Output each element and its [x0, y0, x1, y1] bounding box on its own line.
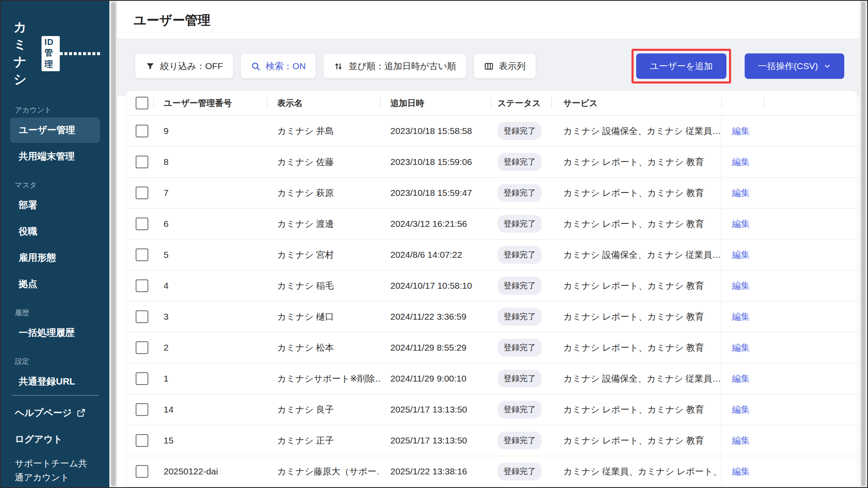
edit-link[interactable]: 編集 — [732, 187, 750, 199]
page-header: ユーザー管理 — [117, 1, 860, 39]
toolbar: 絞り込み：OFF 検索：ON 並び順：追加日時が古い順 — [117, 39, 860, 96]
cell-services: カミナシ レポート、カミナシ 教育 — [551, 301, 721, 332]
row-checkbox[interactable] — [136, 156, 148, 168]
table-row: 2 カミナシ 松本 2024/11/29 8:55:29 登録完了 カミナシ レ… — [126, 332, 857, 363]
cell-services: カミナシ レポート、カミナシ 教育 — [551, 209, 721, 239]
edit-link[interactable]: 編集 — [732, 342, 750, 354]
sort-button[interactable]: 並び順：追加日時が古い順 — [323, 54, 466, 78]
status-badge: 登録完了 — [498, 463, 542, 480]
sidebar-item-link[interactable]: 共用端末管理 — [10, 144, 100, 169]
brand-logo: カミナシ — [14, 19, 38, 88]
col-header-services[interactable]: サービス — [551, 91, 721, 115]
sidebar-section-label: 設定 — [1, 357, 109, 366]
cell-added: 2025/1/17 13:13:50 — [380, 394, 491, 425]
sidebar-item-link[interactable]: 共通登録URL — [10, 369, 100, 394]
edit-link[interactable]: 編集 — [732, 218, 750, 230]
status-badge: 登録完了 — [498, 277, 542, 295]
cell-name: カミナシ 佐藤 — [267, 147, 380, 177]
account-org-name: サポートチーム共通アカウント — [1, 452, 104, 484]
cell-added: 2024/10/17 10:58:10 — [380, 270, 491, 301]
cell-user-id: 4 — [153, 270, 267, 301]
page-scrollbar[interactable] — [860, 1, 867, 487]
sort-button-label: 並び順：追加日時が古い順 — [348, 60, 456, 72]
edit-link[interactable]: 編集 — [732, 280, 750, 292]
row-checkbox[interactable] — [136, 248, 148, 261]
edit-link[interactable]: 編集 — [732, 466, 750, 477]
cell-name: カミナシ 宮村 — [267, 240, 380, 270]
status-badge: 登録完了 — [498, 215, 542, 233]
sidebar-section-label: マスタ — [1, 180, 109, 190]
cell-name: カミナシ 井島 — [267, 116, 380, 146]
cell-added: 2024/11/29 8:55:29 — [380, 332, 491, 363]
sidebar-scrollbar[interactable] — [109, 1, 117, 487]
columns-button-label: 表示列 — [499, 60, 526, 72]
filter-button[interactable]: 絞り込み：OFF — [135, 54, 233, 78]
row-checkbox[interactable] — [136, 341, 148, 354]
status-badge: 登録完了 — [498, 153, 542, 171]
row-checkbox[interactable] — [136, 125, 148, 137]
edit-link[interactable]: 編集 — [732, 404, 750, 415]
sidebar-item-link[interactable]: 部署 — [10, 192, 100, 218]
col-header-status[interactable]: ステータス — [491, 91, 551, 115]
search-button-label: 検索：ON — [266, 60, 306, 72]
sidebar-section: マスタ 部署役職雇用形態拠点 — [1, 180, 109, 297]
edit-link[interactable]: 編集 — [732, 373, 750, 385]
edit-link[interactable]: 編集 — [732, 125, 750, 137]
cell-user-id: 2 — [153, 332, 267, 363]
sidebar-item-link[interactable]: 一括処理履歴 — [10, 320, 100, 346]
row-checkbox[interactable] — [136, 310, 148, 323]
sidebar-item-link[interactable]: 雇用形態 — [10, 245, 100, 270]
add-user-button[interactable]: ユーザーを追加 — [636, 53, 726, 79]
sidebar-item-link[interactable]: 役職 — [10, 219, 100, 244]
cell-added: 2024/11/29 9:00:10 — [380, 363, 491, 394]
chevron-down-icon — [824, 63, 831, 70]
user-table: ユーザー管理番号 表示名 追加日時 ステータス サービス 9 カミナシ 井島 2… — [126, 90, 858, 487]
page-scrollbar-thumb[interactable] — [861, 2, 865, 486]
cell-services: カミナシ 設備保全、カミナシ 従業員… — [551, 240, 721, 270]
sidebar-item-link[interactable]: 拠点 — [10, 271, 100, 297]
cell-name: カミナシ藤原大（サポー… — [267, 456, 380, 487]
edit-link[interactable]: 編集 — [732, 156, 750, 168]
cell-services: カミナシ レポート、カミナシ 教育 — [551, 178, 721, 208]
select-all-checkbox[interactable] — [136, 97, 148, 109]
status-badge: 登録完了 — [498, 246, 542, 264]
cell-name: カミナシ 松本 — [267, 332, 380, 363]
cell-added: 2025/1/17 13:13:50 — [380, 425, 491, 456]
columns-button[interactable]: 表示列 — [474, 54, 536, 78]
sidebar-item-logout[interactable]: ログアウト — [1, 426, 109, 452]
sidebar-item-help[interactable]: ヘルプページ — [1, 400, 109, 426]
row-checkbox[interactable] — [136, 279, 148, 292]
sidebar-item-active[interactable]: ユーザー管理 — [10, 117, 100, 143]
row-checkbox[interactable] — [136, 465, 148, 478]
col-header-name[interactable]: 表示名 — [267, 91, 380, 115]
col-header-added[interactable]: 追加日時 — [380, 91, 491, 115]
row-checkbox[interactable] — [136, 187, 148, 199]
cell-user-id: 14 — [153, 394, 267, 425]
table-row: 4 カミナシ 稲毛 2024/10/17 10:58:10 登録完了 カミナシ … — [126, 270, 857, 301]
row-checkbox[interactable] — [136, 218, 148, 230]
table-body: 9 カミナシ 井島 2023/10/18 15:58:58 登録完了 カミナシ … — [126, 116, 857, 487]
sidebar-section-label: 履歴 — [1, 308, 109, 318]
row-checkbox[interactable] — [136, 372, 148, 385]
brand-badge: ID管理 — [42, 36, 60, 71]
status-badge: 登録完了 — [498, 339, 542, 357]
cell-added: 2023/10/18 15:59:47 — [380, 178, 491, 208]
sidebar: カミナシ ID管理 アカウント ユーザー管理共用端末管理 マスタ 部署役職雇用形… — [1, 1, 109, 487]
main-content: ユーザー管理 絞り込み：OFF 検索：ON — [117, 1, 860, 487]
cell-services: カミナシ 設備保全、カミナシ 従業員… — [551, 363, 721, 394]
bulk-action-button[interactable]: 一括操作(CSV) — [745, 53, 844, 79]
apps-grid-icon[interactable] — [60, 52, 100, 55]
sidebar-divider — [12, 395, 98, 396]
row-checkbox[interactable] — [136, 403, 148, 416]
edit-link[interactable]: 編集 — [732, 311, 750, 323]
sidebar-scrollbar-thumb[interactable] — [111, 2, 116, 486]
table-row: 6 カミナシ 渡邊 2024/3/12 16:21:56 登録完了 カミナシ レ… — [126, 209, 857, 240]
edit-link[interactable]: 編集 — [732, 435, 750, 446]
status-badge: 登録完了 — [498, 308, 542, 326]
add-user-button-label: ユーザーを追加 — [650, 60, 712, 72]
edit-link[interactable]: 編集 — [732, 249, 750, 261]
row-checkbox[interactable] — [136, 434, 148, 447]
col-header-user-id[interactable]: ユーザー管理番号 — [153, 91, 267, 115]
search-button[interactable]: 検索：ON — [241, 54, 316, 78]
sidebar-nav: アカウント ユーザー管理共用端末管理 マスタ 部署役職雇用形態拠点 履歴 一括処… — [1, 88, 109, 395]
